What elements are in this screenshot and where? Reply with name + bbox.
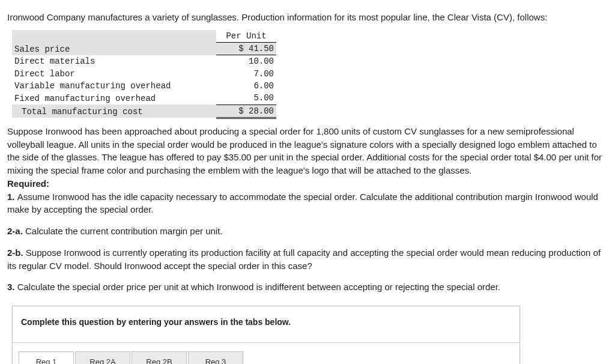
question-2b: 2-b. Suppose Ironwood is currently opera… <box>7 246 608 273</box>
row-value: $ 41.50 <box>216 43 276 55</box>
row-value: 6.00 <box>216 80 276 92</box>
q1-text: Assume Ironwood has the idle capacity ne… <box>7 192 598 215</box>
q2a-prefix: 2-a. <box>7 226 25 236</box>
q1-prefix: 1. <box>7 192 17 202</box>
question-body: Suppose Ironwood has been approached abo… <box>7 125 608 294</box>
row-label: Fixed manufacturing overhead <box>12 92 216 105</box>
row-label: Direct labor <box>12 68 216 80</box>
tab-req-2a[interactable]: Req 2A <box>75 351 130 364</box>
scenario-text: Suppose Ironwood has been approached abo… <box>7 125 608 177</box>
row-label: Direct materials <box>12 55 216 68</box>
tab-req-2b[interactable]: Req 2B <box>132 351 187 364</box>
answer-panel: Complete this question by entering your … <box>12 306 520 364</box>
table-header-per-unit: Per Unit <box>216 30 276 43</box>
question-3: 3. Calculate the special order price per… <box>7 281 608 294</box>
q2a-text: Calculate the current contribution margi… <box>25 226 223 236</box>
row-label: Sales price <box>12 43 216 55</box>
intro-text: Ironwood Company manufactures a variety … <box>7 11 608 24</box>
tab-req-3[interactable]: Req 3 <box>188 351 243 364</box>
q3-prefix: 3. <box>7 282 17 292</box>
row-value: 7.00 <box>216 68 276 80</box>
row-label-total: Total manufacturing cost <box>12 105 216 118</box>
question-1: 1. Assume Ironwood has the idle capacity… <box>7 190 608 217</box>
tab-req-1[interactable]: Req 1 <box>19 351 74 364</box>
q2b-prefix: 2-b. <box>7 247 26 258</box>
row-value: 5.00 <box>216 92 276 105</box>
question-2a: 2-a. Calculate the current contribution … <box>7 225 608 238</box>
panel-instruction: Complete this question by entering your … <box>13 306 520 343</box>
table-header-spacer <box>12 30 216 43</box>
row-value: 10.00 <box>216 55 276 68</box>
row-label: Variable manufacturing overhead <box>12 80 216 92</box>
q3-text: Calculate the special order price per un… <box>17 282 500 292</box>
q2b-text: Suppose Ironwood is currently operating … <box>7 247 601 271</box>
tab-row: Req 1 Req 2A Req 2B Req 3 <box>13 343 520 364</box>
required-label: Required: <box>7 177 608 190</box>
row-value-total: $ 28.00 <box>216 105 276 118</box>
cost-table: Per Unit Sales price $ 41.50 Direct mate… <box>12 30 276 119</box>
